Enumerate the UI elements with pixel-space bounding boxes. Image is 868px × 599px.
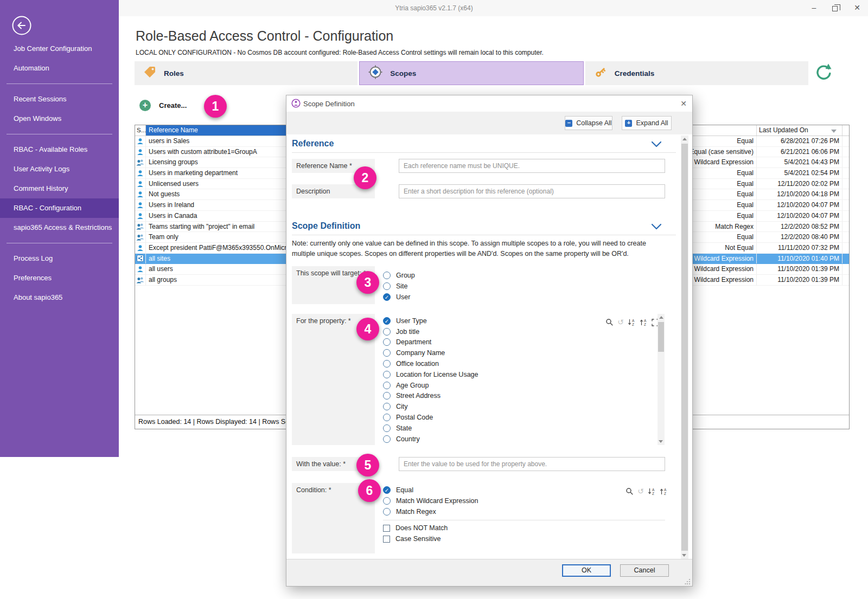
radio-site[interactable]: Site — [383, 281, 415, 292]
radio-country[interactable]: Country — [383, 434, 600, 445]
close-icon[interactable]: ✕ — [854, 3, 860, 12]
create-button[interactable]: + Create... — [139, 100, 187, 111]
sidebar-item-recent-sessions[interactable]: Recent Sessions — [0, 89, 119, 109]
svg-text:Z: Z — [632, 323, 634, 326]
radio-label: Job title — [396, 328, 419, 336]
checkbox-label: Does NOT Match — [395, 524, 448, 532]
sidebar-item-sapio365-access-restrictions[interactable]: sapio365 Access & Restrictions — [0, 218, 119, 237]
dialog-close-icon[interactable]: ✕ — [680, 99, 687, 108]
callout-badge-2: 2 — [354, 166, 376, 189]
column-header-last-updated[interactable]: Last Updated On — [756, 125, 842, 136]
description-input[interactable] — [399, 184, 665, 198]
chevron-down-icon[interactable] — [651, 141, 662, 147]
cancel-button[interactable]: Cancel — [620, 564, 669, 577]
ok-button[interactable]: OK — [562, 564, 611, 577]
row-last-updated: 12/2/2020 08:52 PM — [756, 222, 842, 232]
column-header-select[interactable]: S... — [135, 125, 146, 136]
chevron-down-icon[interactable] — [651, 223, 662, 230]
row-gutter — [842, 179, 849, 189]
group-icon — [135, 222, 146, 232]
undo-icon[interactable]: ↺ — [617, 318, 624, 326]
scroll-up-icon[interactable] — [682, 138, 687, 140]
callout-badge-6: 6 — [358, 479, 381, 502]
plus-icon: + — [139, 100, 151, 111]
expand-all-button[interactable]: + Expand All — [622, 116, 672, 130]
resize-grip[interactable] — [685, 578, 691, 584]
scroll-down-icon[interactable] — [682, 554, 686, 557]
radio-city[interactable]: City — [383, 401, 600, 412]
tab-roles[interactable]: Roles — [135, 61, 358, 85]
search-icon[interactable] — [626, 487, 634, 495]
radio-street-address[interactable]: Street Address — [383, 391, 600, 402]
sidebar-item-comment-history[interactable]: Comment History — [0, 179, 119, 198]
sort-descending-az-icon[interactable]: AZ — [648, 487, 656, 495]
radio-label: City — [396, 403, 408, 410]
row-last-updated: 12/10/2020 04:18 PM — [756, 189, 842, 199]
checkbox-case-sensitive[interactable]: Case Sensitive — [383, 533, 448, 544]
scope-note: Note: currently only one value can be de… — [292, 239, 659, 260]
dialog-footer: OK Cancel — [286, 559, 692, 586]
radio-postal-code[interactable]: Postal Code — [383, 412, 600, 423]
row-last-updated: 11/11/2020 07:32 PM — [756, 243, 842, 253]
restore-icon[interactable] — [832, 6, 838, 11]
row-reference-name: all sites — [146, 254, 286, 264]
undo-icon[interactable]: ↺ — [637, 487, 644, 495]
sidebar-item-about-sapio365[interactable]: About sapio365 — [0, 288, 119, 307]
radio-selected-icon: ✓ — [383, 317, 391, 325]
minimize-icon[interactable]: – — [812, 3, 816, 12]
target-icon — [368, 65, 383, 82]
radio-match-regex[interactable]: Match Regex — [383, 506, 478, 517]
scroll-down-icon[interactable] — [659, 440, 663, 443]
sort-ascending-az-icon[interactable]: AZ — [660, 487, 668, 495]
radio-user-type[interactable]: ✓User Type — [383, 315, 600, 326]
refresh-button[interactable] — [814, 63, 832, 81]
collapse-all-button[interactable]: – Collapse All — [565, 116, 612, 130]
value-input[interactable] — [399, 457, 665, 471]
sidebar: Job Center ConfigurationAutomationRecent… — [0, 0, 119, 457]
column-header-reference-name[interactable]: Reference Name — [146, 125, 286, 136]
row-reference-name: Team only — [146, 232, 286, 242]
property-list-scrollbar[interactable] — [658, 314, 665, 445]
sidebar-item-automation[interactable]: Automation — [0, 59, 119, 78]
group-icon — [135, 232, 146, 242]
radio-user[interactable]: ✓User — [383, 292, 415, 302]
callout-badge-1: 1 — [204, 95, 227, 118]
radio-match-wildcard-expression[interactable]: Match Wildcard Expression — [383, 495, 478, 506]
svg-text:A: A — [664, 488, 667, 492]
sidebar-item-user-activity-logs[interactable]: User Activity Logs — [0, 159, 119, 179]
scrollbar-thumb[interactable] — [658, 322, 664, 352]
sidebar-item-process-log[interactable]: Process Log — [0, 249, 119, 268]
radio-age-group[interactable]: Age Group — [383, 380, 600, 391]
radio-equal[interactable]: ✓Equal — [383, 485, 478, 495]
radio-icon — [383, 371, 391, 378]
sort-ascending-az-icon[interactable]: AZ — [640, 318, 648, 326]
sidebar-item-rbac-configuration[interactable]: RBAC - Configuration — [0, 198, 119, 218]
back-button[interactable] — [11, 15, 32, 36]
tab-scopes[interactable]: Scopes — [359, 61, 583, 85]
scrollbar-thumb[interactable] — [681, 144, 688, 551]
radio-department[interactable]: Department — [383, 337, 600, 348]
radio-company-name[interactable]: Company Name — [383, 347, 600, 358]
reference-name-input[interactable] — [399, 159, 665, 173]
row-reference-name: Users in Canada — [146, 211, 286, 221]
scroll-up-icon[interactable] — [659, 316, 663, 319]
radio-label: User Type — [396, 317, 427, 325]
radio-office-location[interactable]: Office location — [383, 358, 600, 369]
sidebar-item-rbac-available-roles[interactable]: RBAC - Available Roles — [0, 140, 119, 159]
checkbox-does-not-match[interactable]: Does NOT Match — [383, 523, 448, 533]
sidebar-item-open-windows[interactable]: Open Windows — [0, 109, 119, 128]
radio-group[interactable]: Group — [383, 270, 415, 281]
radio-state[interactable]: State — [383, 423, 600, 434]
radio-location-for-license-usage[interactable]: Location for License Usage — [383, 369, 600, 380]
sidebar-item-job-center-configuration[interactable]: Job Center Configuration — [0, 39, 119, 59]
sidebar-item-preferences[interactable]: Preferences — [0, 268, 119, 288]
row-last-updated: 11/10/2020 01:39 PM — [756, 264, 842, 274]
radio-label: Equal — [396, 486, 413, 494]
radio-job-title[interactable]: Job title — [383, 326, 600, 337]
search-icon[interactable] — [605, 318, 614, 326]
share-icon — [135, 254, 146, 264]
sort-descending-az-icon[interactable]: AZ — [628, 318, 636, 326]
tab-credentials[interactable]: Credentials — [585, 61, 808, 85]
dialog-scrollbar[interactable] — [681, 136, 688, 559]
row-reference-name: users in Sales — [146, 136, 286, 146]
